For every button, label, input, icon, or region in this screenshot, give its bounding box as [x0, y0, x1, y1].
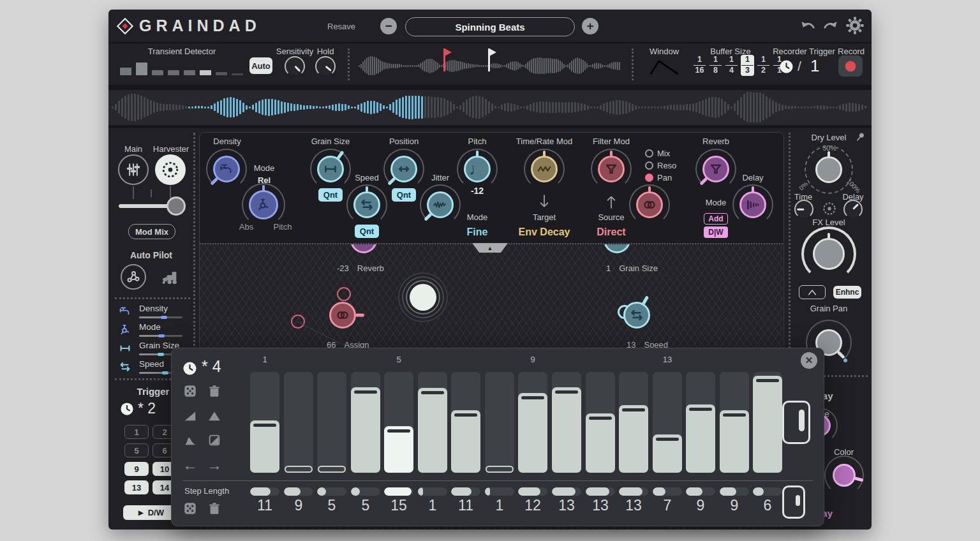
seq-mult[interactable]: * 4 [202, 357, 221, 376]
mode-knob[interactable] [246, 187, 281, 223]
delay-knob[interactable] [736, 188, 769, 221]
radio-pan[interactable] [645, 174, 653, 182]
jitter-knob[interactable] [424, 188, 457, 221]
mod-slider-handle[interactable] [158, 334, 165, 337]
step-length-pill[interactable] [250, 487, 279, 496]
field-assign-knob[interactable] [326, 299, 359, 332]
fx-level-knob[interactable] [810, 235, 848, 273]
step-bar[interactable] [384, 372, 413, 473]
settings-button[interactable] [845, 15, 865, 36]
dry-level-knob[interactable] [812, 153, 845, 186]
threshold-bar[interactable] [120, 68, 131, 75]
step-bar[interactable] [753, 372, 782, 473]
arrow-left-button[interactable]: ← [182, 457, 198, 473]
dice-button[interactable] [182, 383, 198, 399]
radio-pan-label[interactable]: Pan [657, 173, 689, 183]
trash-button[interactable] [206, 383, 223, 399]
step-length-pill[interactable] [720, 487, 749, 496]
mod-amount-slider[interactable] [139, 335, 182, 337]
step-bar[interactable] [653, 372, 682, 473]
step-length-pill[interactable] [552, 487, 581, 496]
delay-mode-dw-button[interactable]: D|W [704, 226, 728, 238]
position-knob[interactable] [387, 152, 420, 186]
resave-button[interactable]: Resave [327, 22, 355, 31]
radio-reso[interactable] [645, 161, 653, 170]
step-length-pill[interactable] [653, 487, 682, 496]
bell-curve-button[interactable] [182, 432, 198, 448]
step-bar[interactable] [518, 372, 547, 473]
blend-slider-handle[interactable] [167, 196, 186, 216]
step-bar[interactable] [686, 372, 715, 473]
buffer-size-option[interactable]: 116 [693, 55, 706, 76]
trigger-step-button[interactable]: 1 [124, 425, 149, 439]
trigger-clock-icon[interactable] [120, 402, 134, 416]
step-bar[interactable] [619, 372, 648, 473]
trigger-step-button[interactable]: 9 [124, 462, 149, 476]
grain-playhead[interactable] [410, 284, 436, 311]
record-button[interactable] [838, 56, 863, 77]
buffer-size-option[interactable]: 18 [709, 55, 722, 76]
mod-slider-handle[interactable] [158, 353, 164, 356]
threshold-bar[interactable] [216, 72, 227, 75]
mod-amount-slider[interactable] [139, 316, 182, 318]
target-value[interactable]: Env Decay [516, 226, 573, 238]
redo-button[interactable] [822, 18, 840, 34]
step-length-trash-button[interactable] [206, 500, 223, 517]
envelope-button[interactable] [799, 285, 826, 299]
pitch-mode-value[interactable]: Fine [455, 226, 500, 238]
window-shape-icon[interactable] [648, 57, 680, 77]
radio-reso-label[interactable]: Reso [657, 161, 689, 171]
trigger-mult[interactable]: * 2 [138, 400, 156, 417]
buffer-size-option[interactable]: 13 [741, 55, 754, 76]
transient-auto-button[interactable]: Auto [249, 57, 272, 74]
grain-size-knob[interactable] [314, 152, 347, 186]
buffer-overview-waveform[interactable] [359, 54, 621, 78]
speed-qnt-button[interactable]: Qnt [355, 225, 379, 238]
step-length-pill[interactable] [351, 487, 380, 496]
trigger-step-button[interactable]: 13 [124, 480, 149, 494]
half-square-button[interactable] [206, 432, 223, 448]
enhance-button[interactable]: Enhnc [833, 286, 861, 299]
mod-mix-button[interactable]: Mod Mix [128, 224, 175, 239]
sensitivity-knob[interactable] [286, 57, 304, 75]
step-bar[interactable] [284, 372, 313, 473]
reverb-knob[interactable] [699, 152, 732, 186]
time-knob[interactable] [796, 201, 812, 218]
undo-button[interactable] [799, 18, 817, 34]
threshold-bar[interactable] [232, 73, 243, 75]
playhead-flag[interactable] [488, 48, 490, 71]
mod-slider-handle[interactable] [162, 371, 168, 374]
preset-selector[interactable]: Spinning Beats [405, 17, 575, 36]
step-length-pill[interactable] [317, 487, 346, 496]
mode-option-abs[interactable]: Abs [230, 222, 262, 232]
loop-start-flag[interactable] [443, 48, 445, 71]
filter-mod-knob[interactable] [595, 152, 628, 186]
step-length-pill[interactable] [753, 487, 782, 496]
speed-knob[interactable] [350, 188, 383, 221]
source-value[interactable]: Direct [592, 226, 630, 238]
step-bar[interactable] [720, 372, 749, 473]
triangle-button[interactable] [206, 408, 223, 424]
grain-size-qnt-button[interactable]: Qnt [318, 188, 343, 202]
threshold-bar[interactable] [168, 70, 179, 75]
threshold-bar[interactable] [152, 70, 163, 75]
step-bar[interactable] [351, 372, 380, 473]
step-bar[interactable] [418, 372, 447, 473]
step-bar[interactable] [317, 372, 346, 473]
harvester-mode-button[interactable] [155, 154, 186, 185]
pan-mod-knob[interactable] [633, 188, 666, 221]
seq-drag-handle[interactable] [782, 401, 810, 444]
step-bar[interactable] [586, 372, 615, 473]
step-length-pill[interactable] [384, 487, 413, 496]
threshold-bar[interactable] [136, 63, 147, 75]
seq-clock-icon[interactable] [182, 361, 197, 376]
step-length-pill[interactable] [619, 487, 648, 496]
auto-pilot-random-button[interactable] [121, 264, 146, 290]
buffer-size-option[interactable]: 14 [725, 55, 738, 76]
density-knob[interactable] [210, 152, 243, 186]
recorder-trigger-value[interactable]: 1 [810, 56, 819, 76]
radio-mix[interactable] [645, 149, 653, 158]
threshold-bar[interactable] [184, 70, 195, 75]
pitch-knob[interactable]: ♩ [461, 152, 494, 186]
step-length-pill[interactable] [418, 487, 447, 496]
